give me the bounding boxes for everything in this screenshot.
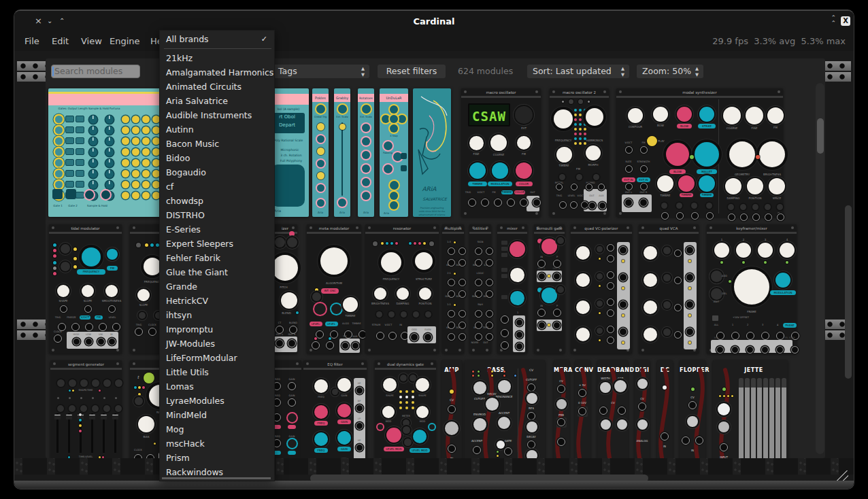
module-card[interactable]: MERACVPRB (554, 360, 569, 458)
knob (105, 126, 114, 135)
module-card[interactable]: EQ filterFREQGAINFREQGAINFREQGAINHPBPLPH… (303, 360, 367, 458)
module-card[interactable]: modal synthesizerCONTOURBOWBLOWSTRIKEPLA… (616, 88, 783, 217)
brand-menu-item[interactable]: LyraeModules (160, 394, 274, 408)
led (150, 243, 154, 247)
module-card[interactable]: DEADBANDWIDTHGAPCV (597, 360, 628, 458)
panel-label: CV (640, 397, 644, 400)
knob (556, 147, 572, 162)
brand-menu-item[interactable]: JW-Modules (160, 337, 274, 351)
led (412, 401, 414, 404)
brand-menu-item[interactable]: Bidoo (160, 151, 274, 165)
module-card[interactable]: dual dynamics gateSHAPESHAPEMODMODMETERL… (375, 360, 436, 458)
panel-label: CLOCK (148, 324, 156, 326)
brand-menu-item[interactable]: Audible Instruments (160, 108, 274, 122)
panel-label: Padding (383, 152, 393, 154)
module-card[interactable]: tidal modulatorFREQUENCYFMSHAPESLOPESMOO… (49, 224, 122, 354)
panel-label: HIGH (73, 333, 79, 336)
browser-scrollbar-track[interactable] (816, 83, 824, 454)
brand-menu-item[interactable]: Bogaudio (160, 165, 274, 179)
panel-label: GAIN (289, 435, 295, 438)
panel-label: FR. STEP (784, 337, 795, 339)
module-card[interactable]: CONV+ 5V0-10V0-10V (575, 360, 590, 458)
module-card[interactable]: ARiASALVATRiCEPrecision engineeringvoids… (413, 88, 451, 217)
module-card[interactable]: DIGICVANALOG (635, 360, 650, 458)
brand-menu-item[interactable]: Little Utils (160, 365, 274, 379)
module-card[interactable]: AMPCVIN (441, 360, 462, 458)
brand-menu-item[interactable]: E-Series (160, 222, 274, 237)
panel-label: ENVMOD (473, 413, 486, 416)
module-card[interactable]: macro oscillator 2FREQUENCYHARMONICSTIMB… (550, 88, 609, 217)
module-card[interactable]: UnDuLaRX StepPaddingAria (380, 88, 408, 217)
led (142, 159, 150, 167)
module-card[interactable]: DCIN (657, 360, 673, 458)
brand-menu-item[interactable]: Expert Sleepers (160, 237, 274, 251)
knob (429, 424, 435, 430)
menubar-item-engine[interactable]: Engine (110, 36, 140, 46)
brand-menu-item[interactable]: ihtsyn (160, 308, 274, 322)
brand-menu-item[interactable]: Fehler Fabrik (160, 251, 274, 265)
brand-menu-item[interactable]: Bacon Music (160, 137, 274, 151)
button (65, 137, 74, 144)
brand-menu-item[interactable]: Amalgamated Harmonics (160, 65, 274, 80)
button (76, 159, 84, 166)
collapse-icon[interactable]: ⌃⌃ (831, 15, 836, 26)
brand-menu-item[interactable]: MindMeld (160, 408, 274, 422)
brand-menu-item[interactable]: Aria Salvatrice (160, 94, 274, 108)
module-card[interactable]: resonatorFREQUENCYSTRUCTUREBRIGHTNESSDAM… (365, 224, 439, 354)
knob (469, 136, 484, 150)
brand-menu-item[interactable]: HetrickCV (160, 294, 274, 308)
brand-menu-item[interactable]: DISTRHO (160, 208, 274, 222)
knob (343, 297, 358, 312)
module-card[interactable]: FLOPPERCVIN (680, 360, 705, 458)
knob (362, 178, 370, 186)
brand-menu-item[interactable]: mscHack (160, 436, 274, 451)
module-card[interactable]: bernoulli gateINPOUT AOUT BINP (534, 224, 565, 354)
menubar-item-file[interactable]: File (24, 36, 39, 46)
brand-menu-item[interactable]: Animated Circuits (160, 80, 274, 94)
module-card[interactable]: utilitiesSIGNINV1/xLOGICMAXMINS&HINTRIGN… (469, 224, 491, 354)
module-card[interactable]: meta modulatorALGORITHMINT. OSCTIMBRELEV… (307, 224, 361, 354)
module-card[interactable]: RotatoesExt. ScaleAria (358, 88, 374, 217)
port (501, 341, 509, 349)
brand-menu-item[interactable]: cf (160, 179, 274, 194)
menubar-item-edit[interactable]: Edit (52, 36, 69, 46)
panel-label: Aria (274, 209, 281, 213)
brand-menu-item-all[interactable]: All brands ✓ (160, 32, 274, 46)
led (72, 390, 74, 392)
brand-menu-item[interactable]: Lomas (160, 379, 274, 394)
port (486, 279, 493, 286)
rack-vertical-scrollbar[interactable] (845, 205, 852, 379)
titlebar[interactable]: × ⌄ ⌃ Cardinal ⌃⌃ X (14, 11, 854, 31)
screw (559, 349, 562, 351)
module-card[interactable]: macro oscillatorCSAWEXTFINECOARSEFMTIMBR… (461, 88, 541, 217)
brand-menu-item[interactable]: Autinn (160, 122, 274, 137)
brand-menu-item[interactable]: Prism (160, 451, 274, 465)
brand-menu-item[interactable]: chowdsp (160, 194, 274, 208)
module-card[interactable]: JETTEINPUT (713, 360, 788, 458)
knob (597, 300, 603, 307)
brand-menu-item[interactable]: LifeFormModular (160, 351, 274, 365)
module-card[interactable]: PoklesGlobal TrigAria (312, 88, 329, 217)
module-card[interactable]: GrabbyExt. ScaleAria (334, 88, 350, 217)
knob (767, 107, 784, 124)
brand-menu-item[interactable]: Impromptu (160, 322, 274, 337)
screw (133, 226, 135, 229)
brand-menu-item[interactable]: Glue the Giant (160, 265, 274, 279)
button (76, 116, 84, 122)
module-card[interactable]: segment generatorSHAPE/TIMETIME/LEVELGAT… (50, 360, 122, 458)
panel-label: Rotatoes (359, 97, 373, 100)
brand-menu-item[interactable]: 21kHz (160, 51, 274, 65)
menubar-item-view[interactable]: View (81, 36, 102, 46)
module-card[interactable]: quad VCA (639, 224, 699, 354)
panel-rect (501, 295, 507, 299)
module-card[interactable]: multiples1:3INOUT2:1OUTOUT1:1INOUT (442, 224, 464, 354)
module-card[interactable]: mixer1 (497, 224, 527, 354)
module-card[interactable]: keyframer/mixer1234ADDFRAMEMODULATIONDEL… (707, 224, 797, 354)
brand-menu-item[interactable]: Mog (160, 422, 274, 436)
knob (541, 239, 557, 254)
module-card[interactable]: BASSCUTOFFRESONANCEDECAYENVMODACCENTACCE… (465, 360, 545, 458)
browser-scrollbar-thumb[interactable] (817, 118, 824, 154)
brand-menu-item[interactable]: Grande (160, 279, 274, 294)
module-card[interactable]: quad VC-polarizer (571, 224, 632, 354)
led (574, 123, 577, 126)
